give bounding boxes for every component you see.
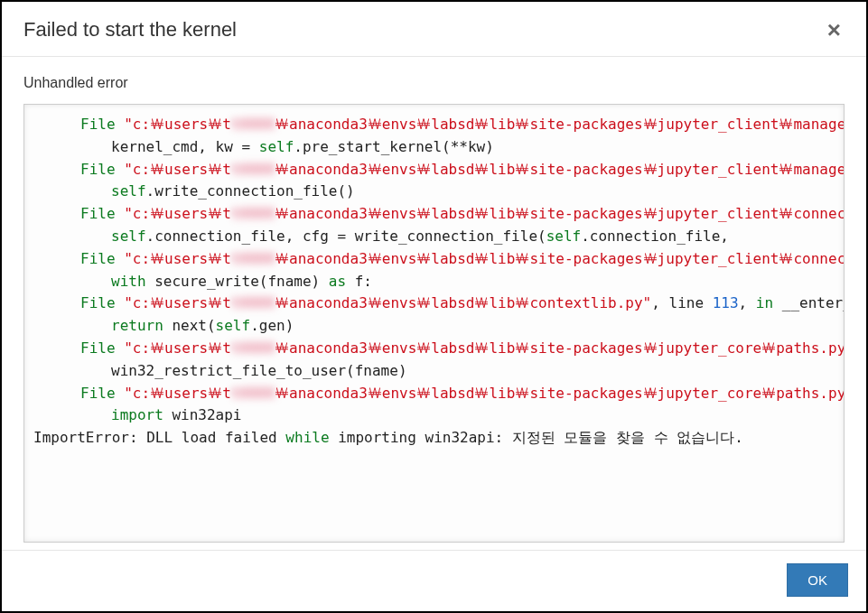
traceback-content: File "c:￦users￦ttXXXX￦anaconda3￦envs￦lab… xyxy=(33,114,845,450)
modal-title: Failed to start the kernel xyxy=(23,18,237,42)
modal-body: Unhandled error File "c:￦users￦ttXXXX￦an… xyxy=(2,57,866,550)
traceback-panel[interactable]: File "c:￦users￦ttXXXX￦anaconda3￦envs￦lab… xyxy=(23,104,845,543)
modal-footer: OK xyxy=(2,550,866,611)
ok-button[interactable]: OK xyxy=(787,563,848,597)
trace-file-line: File "c:￦users￦ttXXXX￦anaconda3￦envs￦lab… xyxy=(33,383,845,405)
close-icon[interactable]: × xyxy=(824,18,845,42)
trace-file-line: File "c:￦users￦ttXXXX￦anaconda3￦envs￦lab… xyxy=(33,203,845,226)
trace-code-line: win32_restrict_file_to_user(fname) xyxy=(33,360,845,383)
trace-file-line: File "c:￦users￦ttXXXX￦anaconda3￦envs￦lab… xyxy=(33,248,845,271)
trace-code-line: return next(self.gen) xyxy=(33,315,845,338)
trace-file-line: File "c:￦users￦ttXXXX￦anaconda3￦envs￦lab… xyxy=(33,338,845,360)
modal-dialog: Failed to start the kernel × Unhandled e… xyxy=(0,0,868,613)
trace-code-line: import win32api xyxy=(33,404,845,427)
trace-file-line: File "c:￦users￦ttXXXX￦anaconda3￦envs￦lab… xyxy=(33,293,845,315)
error-heading: Unhandled error xyxy=(23,75,845,91)
trace-code-line: kernel_cmd, kw = self.pre_start_kernel(*… xyxy=(33,136,845,159)
trace-code-line: self.connection_file, cfg = write_connec… xyxy=(33,226,845,248)
trace-file-line: File "c:￦users￦ttXXXX￦anaconda3￦envs￦lab… xyxy=(33,159,845,181)
modal-header: Failed to start the kernel × xyxy=(2,2,866,57)
trace-error-line: ImportError: DLL load failed while impor… xyxy=(33,429,743,446)
trace-file-line: File "c:￦users￦ttXXXX￦anaconda3￦envs￦lab… xyxy=(33,114,845,136)
trace-code-line: self.write_connection_file() xyxy=(33,181,845,203)
trace-code-line: with secure_write(fname) as f: xyxy=(33,271,845,293)
